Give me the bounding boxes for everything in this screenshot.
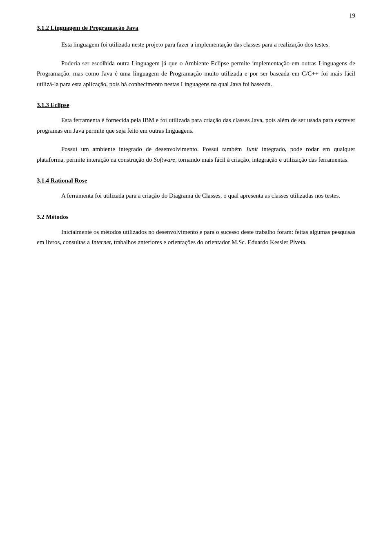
section-3-1-3-paragraph1: Esta ferramenta é fornecida pela IBM e f…	[37, 115, 355, 136]
section-3-2-paragraph1: Inicialmente os métodos utilizados no de…	[37, 227, 355, 248]
section-3-1-2: 3.1.2 Linguagem de Programação Java Esta…	[37, 24, 355, 89]
section-3-1-4: 3.1.4 Rational Rose A ferramenta foi uti…	[37, 177, 355, 201]
section-3-2-heading: 3.2 Métodos	[37, 214, 355, 220]
section-3-1-3-paragraph2: Possui um ambiente integrado de desenvol…	[37, 144, 355, 165]
section-3-1-3-p1-text: Esta ferramenta é fornecida pela IBM e f…	[37, 117, 355, 134]
section-3-1-3: 3.1.3 Eclipse Esta ferramenta é fornecid…	[37, 102, 355, 165]
section-3-1-2-heading: 3.1.2 Linguagem de Programação Java	[37, 24, 355, 31]
section-3-2-p1-end: , trabalhos anteriores e orientações do …	[111, 239, 307, 245]
section-3-1-2-paragraph2: Poderia ser escolhida outra Linguagem já…	[37, 58, 355, 90]
section-3-1-3-p2-start: Possui um ambiente integrado de desenvol…	[61, 146, 246, 152]
section-3-1-4-heading: 3.1.4 Rational Rose	[37, 177, 355, 184]
section-3-1-3-p2-italic2: Software	[154, 156, 175, 163]
section-3-2: 3.2 Métodos Inicialmente os métodos util…	[37, 214, 355, 248]
section-3-1-3-p2-end2: , tornando mais fácil à criação, integra…	[175, 156, 349, 163]
section-3-1-4-paragraph1: A ferramenta foi utilizada para a criaçã…	[37, 191, 355, 201]
section-3-1-2-paragraph1: Esta linguagem foi utilizada neste proje…	[37, 40, 355, 50]
page-number: 19	[349, 12, 355, 19]
page: 19 3.1.2 Linguagem de Programação Java E…	[0, 0, 392, 550]
section-3-2-p1-italic: Internet	[91, 239, 111, 245]
section-3-1-3-p2-italic1: Junit	[246, 146, 258, 152]
section-3-1-3-heading: 3.1.3 Eclipse	[37, 102, 355, 109]
